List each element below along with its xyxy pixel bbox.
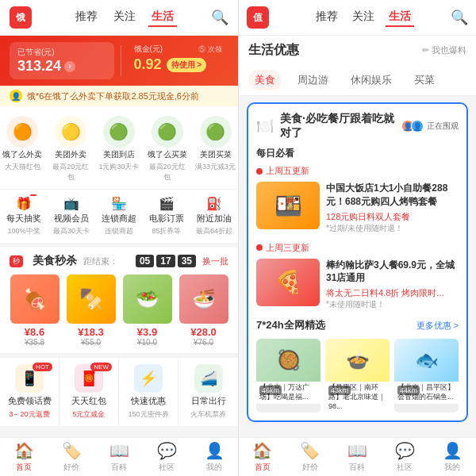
cat-tab-nearby[interactable]: 周边游 [291,70,335,90]
more-deals-link[interactable]: 更多优惠 > [416,320,459,332]
perk-video[interactable]: 📺 视频会员 最高30天卡 [48,193,95,240]
flash-title: 美食秒杀 [33,254,77,268]
video-desc: 最高30天卡 [53,226,90,236]
meituan-shop-sublabel: 1元购30天卡 [98,162,139,172]
perk-movie[interactable]: 🎬 电影订票 85折券等 [143,193,190,240]
gas-title: 附近加油 [197,213,232,225]
mini-card-0[interactable]: 🥘 46km 【北京｜万达广场】吃喝是福... [256,339,321,413]
promo-line: 👤 饿*6在饿了么外卖下单获取2.85元现金,6分前 [0,86,238,106]
search-icon[interactable]: 🔍 [211,9,228,26]
flash-item-1[interactable]: 🍢 ¥18.3 ¥55.0 [66,274,116,347]
right-logo[interactable]: 值 [247,6,269,29]
coupon-redpacket[interactable]: NEW 🧧 天天红包 5元立减金 [60,358,119,426]
icon-item-elm-grocery[interactable]: 🟢 饿了么买菜 最高20元红包 [144,113,190,186]
right-community-label: 社区 [397,462,413,473]
savings-card[interactable]: 已节省(元) 313.24 › [10,42,114,79]
right-nav-deals[interactable]: 🏷️ 好价 [286,441,334,473]
countdown-secs: 35 [178,255,196,267]
icon-item-meituan-shop[interactable]: 🟢 美团到店 1元购30天卡 [97,113,142,186]
coupon-redpacket-desc: 5元立减金 [72,409,105,420]
left-nav-profile[interactable]: 👤 我的 [190,441,238,473]
coupon-fast[interactable]: ⚡ 快速优惠 150元密件券 [119,358,178,426]
deal-item-1[interactable]: 🍕 棒约翰比萨3人餐69.9元，全城31店通用 将太无二日料4.8折 烤肉限时.… [256,259,459,311]
left-tab-recommend[interactable]: 推荐 [72,8,101,27]
left-nav-home[interactable]: 🏠 首页 [0,441,48,473]
flash-subtitle: 距结束： [83,255,118,267]
perk-gas[interactable]: ⛽ 附近加油 最高64折起 [190,193,238,240]
flash-item-3[interactable]: 🍜 ¥28.0 ¥76.0 [178,274,228,347]
perks-row: 🎁 每天抽奖 100%中奖 📺 视频会员 最高30天卡 🏪 连锁商超 连锁商超 … [0,189,238,243]
perk-lottery[interactable]: 🎁 每天抽奖 100%中奖 [0,193,48,240]
mini-dist-1: 43km [328,386,351,395]
elm-grocery-sublabel: 最高20元红包 [146,162,188,182]
cat-tab-food[interactable]: 美食 [248,70,282,90]
coupon-travel-icon: 🚄 [194,364,223,393]
cat-tab-grocery[interactable]: 买菜 [408,70,441,90]
video-icon: 📺 [63,196,79,211]
coupon-phone[interactable]: HOT 📱 免费领话费 3～20元返费 [0,358,60,426]
left-nav-deals[interactable]: 🏷️ 好价 [48,441,95,473]
mini-card-1[interactable]: 🍲 43km 【昌平区｜南环路】老北京味道｜98... [325,339,390,413]
coupon-hot-badge: HOT [33,363,52,371]
update-dot-1 [256,168,263,175]
coupon-fast-desc: 150元密件券 [128,409,168,420]
deal-item-0[interactable]: 🍱 中国大饭店1大1小自助餐288元！688元购四人烤鸭套餐 128元购日料双人… [256,182,459,234]
gold-card[interactable]: 饿金(元) ⑤ 次领 0.92 待使用 > [128,42,229,79]
right-nav-home[interactable]: 🏠 首页 [239,441,286,473]
community-label: 社区 [159,462,175,473]
right-tab-recommend[interactable]: 推荐 [313,8,341,27]
banner-divider [121,45,121,76]
left-logo[interactable]: 饿 [10,6,32,29]
right-nav-tabs: 推荐 关注 生活 [275,8,451,27]
right-nav-community[interactable]: 💬 社区 [381,441,428,473]
life-title: 生活优惠 [248,42,299,59]
supermarket-icon: 🏪 [111,196,127,211]
left-nav-community[interactable]: 💬 社区 [143,441,190,473]
right-nav-wiki[interactable]: 📖 百科 [334,441,382,473]
left-nav-wiki[interactable]: 📖 百科 [95,441,143,473]
meituan-shop-label: 美团到店 [103,150,135,159]
meituan-shop-icon: 🟢 [103,116,135,148]
right-nav-profile[interactable]: 👤 我的 [428,441,476,473]
featured-card[interactable]: 🍽️ 美食·必吃餐厅跟着吃就对了 👤 👤 正在围观 每日必看 上周五更新 🍱 中… [247,102,468,422]
deal-title-0: 中国大饭店1大1小自助餐288元！688元购四人烤鸭套餐 [326,182,459,209]
report-link[interactable]: ✏ 我也爆料 [422,44,466,56]
mini-img-1: 🍲 [325,339,390,382]
right-tab-life[interactable]: 生活 [386,8,414,27]
elmex-label: 饿了么外卖 [2,150,42,159]
right-wiki-label: 百科 [349,462,365,473]
right-tab-follow[interactable]: 关注 [349,8,378,27]
right-home-label: 首页 [255,462,271,473]
icon-item-meituan-waimai[interactable]: 🟡 美团外卖 最高20元红包 [48,113,94,186]
icon-item-meituan-grocery[interactable]: 🟢 美团买菜 满33元减3元 [193,113,238,186]
gas-desc: 最高64折起 [196,226,232,236]
right-search-icon[interactable]: 🔍 [451,9,468,26]
flash-original-3: ¥76.0 [194,338,213,347]
flash-item-2[interactable]: 🥗 ¥3.9 ¥10.0 [122,274,172,347]
mini-dist-2: 44km [397,386,420,395]
icon-item-elmex[interactable]: 🟠 饿了么外卖 大天猫红包 [0,113,45,186]
lottery-title: 每天抽奖 [6,213,41,225]
flash-header: 秒 美食秒杀 距结束： 05 17 35 换一批 [10,254,228,268]
left-tab-life[interactable]: 生活 [148,8,177,27]
cat-tabs: 美食 周边游 休闲娱乐 买菜 [239,65,476,96]
mini-card-2[interactable]: 🐟 44km 【北京｜昌平区】会冒烟的石锅鱼... [394,339,459,413]
flash-price-0: ¥8.6 [25,326,44,338]
right-deals-label: 好价 [302,462,318,473]
flash-more-button[interactable]: 换一批 [202,255,228,267]
perk-supermarket[interactable]: 🏪 连锁商超 连锁商超 [95,193,143,240]
update-text-2: 上周三更新 [266,242,309,254]
flash-item-0[interactable]: 🍖 ¥8.6 ¥35.8 [10,274,60,347]
gold-use-button[interactable]: 待使用 > [167,58,207,72]
cat-tab-leisure[interactable]: 休闲娱乐 [344,70,398,90]
coupon-travel[interactable]: 🚄 日常出行 火车机票券 [178,358,238,426]
flash-img-0: 🍖 [10,274,60,324]
deal-img-0: 🍱 [256,182,320,229]
deal-note-0: *过期/未使用随时退！ [326,223,459,234]
right-bottom-nav: 🏠 首页 🏷️ 好价 📖 百科 💬 社区 👤 我的 [239,437,476,476]
left-tab-follow[interactable]: 关注 [110,8,139,27]
all-section-title: 7*24h全网精选 [256,318,325,332]
deal-title-1: 棒约翰比萨3人餐69.9元，全城31店通用 [326,259,459,286]
meituan-grocery-icon: 🟢 [200,116,232,148]
elmex-icon: 🟠 [6,116,38,148]
